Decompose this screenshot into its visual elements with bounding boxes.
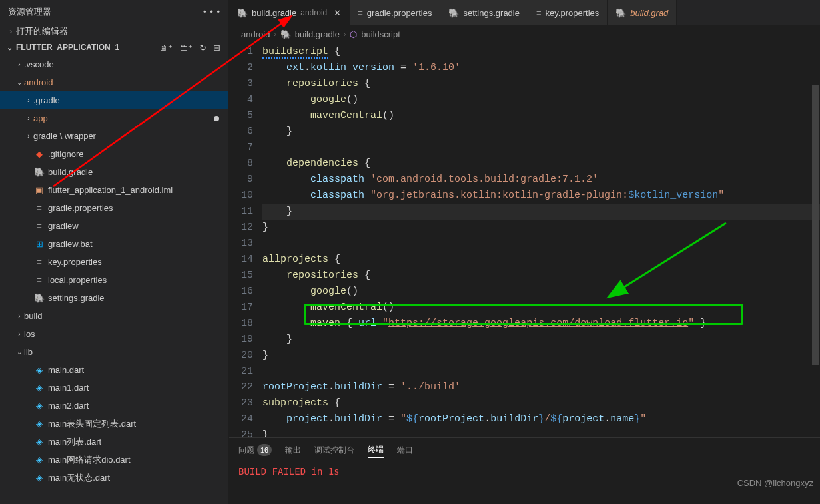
code-area[interactable]: buildscript { ext.kotlin_version = '1.6.…: [262, 43, 820, 437]
line-number: 7: [229, 140, 253, 156]
code-line[interactable]: mavenCentral(): [262, 108, 820, 124]
more-icon[interactable]: • • •: [203, 7, 220, 17]
tree-file[interactable]: ≡gradlew: [0, 217, 228, 235]
line-number: 19: [229, 332, 253, 348]
tree-folder[interactable]: ›.vscode: [0, 55, 228, 73]
elephant-orange-icon: 🐘: [615, 8, 626, 18]
editor-tab[interactable]: 🐘settings.gradle: [440, 0, 528, 25]
code-line[interactable]: subprojects {: [262, 395, 820, 411]
dart-icon: ◈: [33, 401, 45, 411]
tree-folder[interactable]: ›app: [0, 109, 228, 127]
tree-file[interactable]: ◈main1.dart: [0, 379, 228, 397]
elephant-icon: 🐘: [448, 8, 459, 18]
tree-file[interactable]: ◈main无状态.dart: [0, 469, 228, 487]
editor-tab[interactable]: 🐘build.grad: [608, 0, 677, 25]
terminal-output[interactable]: BUILD FAILED in 1s: [229, 462, 820, 481]
panel-tabs: 问题16输出调试控制台终端端口: [229, 438, 820, 462]
code-line[interactable]: }: [262, 348, 820, 364]
code-line[interactable]: rootProject.buildDir = '../build': [262, 379, 820, 395]
line-number: 24: [229, 411, 253, 427]
main-area: 🐘build.gradleandroid✕≡gradle.properties🐘…: [229, 0, 820, 504]
lines-icon: ≡: [33, 275, 45, 285]
code-line[interactable]: repositories {: [262, 268, 820, 284]
code-line[interactable]: maven { url "https://storage.googleapis.…: [262, 316, 820, 332]
code-line[interactable]: repositories {: [262, 76, 820, 92]
tab-label: settings.gradle: [463, 8, 520, 18]
tree-folder[interactable]: ›build: [0, 307, 228, 325]
line-number: 20: [229, 348, 253, 364]
code-line[interactable]: buildscript {: [262, 44, 820, 60]
tree-folder[interactable]: ›gradle \ wrapper: [0, 127, 228, 145]
project-header[interactable]: ⌄ FLUTTER_APPLICATION_1 🗎⁺ 🗀⁺ ↻ ⊟: [0, 39, 228, 55]
symbol-icon: ⬡: [350, 29, 357, 39]
code-editor[interactable]: 1234567891011121314151617181920212223242…: [229, 43, 820, 437]
line-number: 18: [229, 316, 253, 332]
tree-file[interactable]: 🐘settings.gradle: [0, 289, 228, 307]
code-line[interactable]: }: [262, 124, 820, 140]
code-line[interactable]: classpath 'com.android.tools.build:gradl…: [262, 172, 820, 188]
line-number: 8: [229, 156, 253, 172]
panel-tab[interactable]: 调试控制台: [314, 443, 354, 458]
panel-tab[interactable]: 问题16: [238, 442, 272, 458]
code-line[interactable]: dependencies {: [262, 156, 820, 172]
code-line[interactable]: google(): [262, 92, 820, 108]
new-file-icon[interactable]: 🗎⁺: [159, 43, 173, 53]
code-line[interactable]: mavenCentral(): [262, 300, 820, 316]
tree-file[interactable]: ◈main网络请求dio.dart: [0, 451, 228, 469]
code-line[interactable]: [262, 364, 820, 379]
scrollbar-thumb[interactable]: [812, 85, 819, 365]
tree-file[interactable]: ◈main列表.dart: [0, 433, 228, 451]
open-editors-section[interactable]: › 打开的编辑器: [0, 23, 228, 39]
breadcrumb-item[interactable]: buildscript: [361, 29, 400, 39]
breadcrumb[interactable]: android›🐘build.gradle›⬡buildscript: [229, 25, 820, 43]
code-line[interactable]: }: [262, 204, 820, 220]
panel-tab[interactable]: 终端: [368, 442, 384, 458]
code-line[interactable]: }: [262, 332, 820, 348]
dart-icon: ◈: [33, 455, 45, 465]
code-line[interactable]: ext.kotlin_version = '1.6.10': [262, 60, 820, 76]
editor-tab[interactable]: 🐘build.gradleandroid✕: [229, 0, 350, 25]
tree-file[interactable]: ◈main.dart: [0, 361, 228, 379]
tree-file[interactable]: ⊞gradlew.bat: [0, 235, 228, 253]
refresh-icon[interactable]: ↻: [199, 43, 206, 53]
tree-folder[interactable]: ›.gradle: [0, 91, 228, 109]
tree-file[interactable]: 🐘build.gradle: [0, 163, 228, 181]
close-icon[interactable]: ✕: [334, 8, 341, 18]
panel-tab[interactable]: 端口: [397, 443, 413, 458]
breadcrumb-item[interactable]: android: [241, 29, 270, 39]
breadcrumb-item[interactable]: build.gradle: [295, 29, 340, 39]
tab-suffix: android: [300, 8, 327, 17]
code-line[interactable]: allprojects {: [262, 252, 820, 268]
tree-folder[interactable]: ›ios: [0, 325, 228, 343]
badge: 16: [257, 444, 272, 456]
tree-folder[interactable]: ⌄lib: [0, 343, 228, 361]
code-line[interactable]: }: [262, 427, 820, 437]
code-line[interactable]: classpath "org.jetbrains.kotlin:kotlin-g…: [262, 188, 820, 204]
line-number: 6: [229, 124, 253, 140]
watermark: CSDN @lichongxyz: [737, 478, 813, 488]
tree-file[interactable]: ≡local.properties: [0, 271, 228, 289]
tree-file[interactable]: ◈main2.dart: [0, 397, 228, 415]
line-number: 3: [229, 76, 253, 92]
elephant-icon: 🐘: [237, 8, 248, 18]
code-line[interactable]: }: [262, 220, 820, 236]
panel-tab[interactable]: 输出: [285, 443, 301, 458]
code-line[interactable]: project.buildDir = "${rootProject.buildD…: [262, 411, 820, 427]
code-line[interactable]: google(): [262, 284, 820, 300]
build-fail-line: BUILD FAILED in 1s: [238, 466, 811, 477]
tree-file[interactable]: ≡gradle.properties: [0, 199, 228, 217]
line-number: 5: [229, 108, 253, 124]
tree-file[interactable]: ◈main表头固定列表.dart: [0, 415, 228, 433]
tree-folder[interactable]: ⌄android: [0, 73, 228, 91]
code-line[interactable]: [262, 140, 820, 156]
tree-file[interactable]: ◆.gitignore: [0, 145, 228, 163]
code-line[interactable]: [262, 236, 820, 252]
tree-file[interactable]: ≡key.properties: [0, 253, 228, 271]
collapse-icon[interactable]: ⊟: [213, 43, 220, 53]
editor-tab[interactable]: ≡key.properties: [528, 0, 608, 25]
editor-tab[interactable]: ≡gradle.properties: [350, 0, 440, 25]
new-folder-icon[interactable]: 🗀⁺: [179, 43, 193, 53]
editor-tabs: 🐘build.gradleandroid✕≡gradle.properties🐘…: [229, 0, 820, 25]
scrollbar-vertical[interactable]: [812, 85, 820, 437]
tree-file[interactable]: ▣flutter_application_1_android.iml: [0, 181, 228, 199]
